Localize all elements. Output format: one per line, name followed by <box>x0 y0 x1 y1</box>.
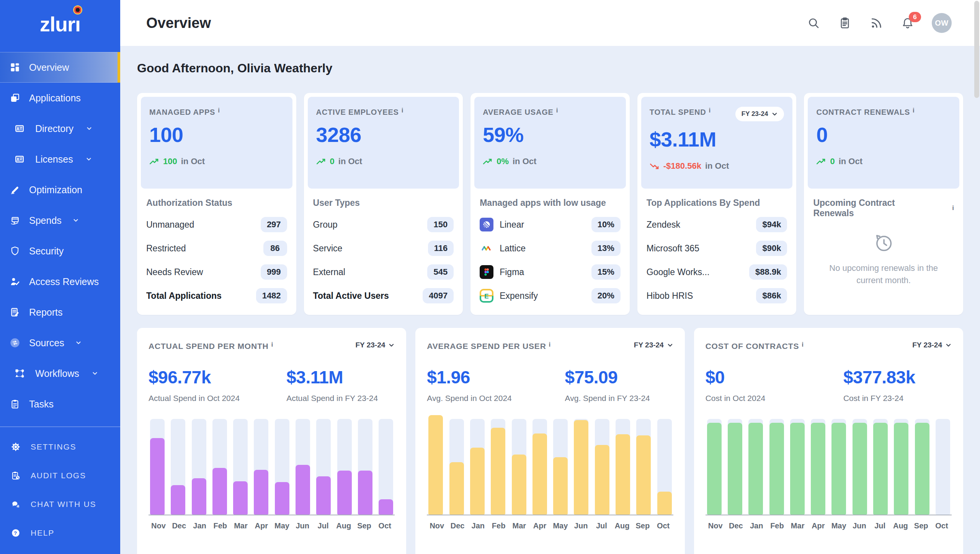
chevron-down-icon <box>91 370 98 377</box>
sidebar-item-directory[interactable]: Directory <box>0 113 120 144</box>
sidebar-item-label: Spends <box>29 215 62 226</box>
sidebar-item-help[interactable]: ?HELP <box>0 518 120 547</box>
sidebar-item-chat[interactable]: CHAT WITH US <box>0 490 120 518</box>
list-item-left: Needs Review <box>146 267 203 277</box>
summary-card-managed-apps: MANAGED APPSi100100in OctAuthorization S… <box>137 93 296 315</box>
sidebar-item-reports[interactable]: Reports <box>0 297 120 328</box>
list-item[interactable]: Unmanaged297 <box>146 213 287 236</box>
list-item-label: External <box>313 267 345 277</box>
bar-fill <box>254 470 268 515</box>
fiscal-year-label: FY 23-24 <box>634 341 664 349</box>
card-delta-value: -$180.56k <box>663 161 701 171</box>
x-axis-tick-label: Nov <box>150 521 167 530</box>
list-item[interactable]: External545 <box>313 260 454 284</box>
sidebar-item-tasks[interactable]: Tasks <box>0 389 120 419</box>
list-item-value-badge: 116 <box>428 241 454 256</box>
card-section-heading: Managed apps with low usage <box>480 198 621 208</box>
card-title-wrap: MANAGED APPSi <box>149 107 220 117</box>
sidebar-item-security[interactable]: Security <box>0 236 120 266</box>
card-section-heading: Top Applications By Spend <box>647 198 787 208</box>
x-axis-tick-label: Jul <box>872 521 889 530</box>
search-icon[interactable] <box>806 16 821 30</box>
list-item[interactable]: Total Active Users4097 <box>313 284 454 308</box>
sidebar-item-label: Overview <box>29 62 69 73</box>
list-item[interactable]: EExpensify20% <box>480 284 621 308</box>
x-axis-tick-label: Apr <box>253 521 270 530</box>
info-icon[interactable]: i <box>549 341 551 348</box>
chevron-down-icon <box>388 342 395 349</box>
sidebar-item-settings[interactable]: SETTINGS <box>0 432 120 461</box>
bar-fill <box>171 485 185 515</box>
sidebar-item-spends[interactable]: Spends <box>0 205 120 236</box>
user-avatar[interactable]: OW <box>932 13 952 33</box>
pen-icon <box>9 184 21 196</box>
card-section-heading-label: Managed apps with low usage <box>480 198 606 208</box>
info-icon[interactable]: i <box>952 204 954 212</box>
topbar-actions: 6 OW <box>806 13 952 33</box>
x-axis-tick-label: Sep <box>634 521 651 530</box>
sidebar-item-licenses[interactable]: Licenses <box>0 144 120 174</box>
list-item[interactable]: Linear10% <box>480 213 621 236</box>
list-item[interactable]: Zendesk$94k <box>647 213 787 236</box>
card-section: Authorization StatusUnmanaged297Restrict… <box>141 198 292 308</box>
sidebar-item-overview[interactable]: Overview <box>0 52 120 83</box>
list-item[interactable]: Restricted86 <box>146 236 287 260</box>
info-icon[interactable]: i <box>913 107 915 114</box>
list-item-left: Figma <box>480 265 524 279</box>
list-item[interactable]: Lattice13% <box>480 236 621 260</box>
bar-fill <box>512 455 526 515</box>
sidebar-item-label: Reports <box>29 307 63 318</box>
chart-title: AVERAGE SPEND PER USER <box>427 342 546 350</box>
fiscal-year-dropdown[interactable]: FY 23-24 <box>356 341 395 349</box>
list-item-label: Google Works... <box>647 267 709 277</box>
sidebar-item-applications[interactable]: Applications <box>0 83 120 113</box>
list-item-left: Hibob HRIS <box>647 291 693 301</box>
sidebar-item-access-reviews[interactable]: Access Reviews <box>0 266 120 297</box>
sidebar-item-optimization[interactable]: Optimization <box>0 174 120 205</box>
sidebar-item-label: AUDIT LOGS <box>31 471 86 480</box>
grid-icon <box>9 62 21 73</box>
sidebar-item-workflows[interactable]: Workflows <box>0 358 120 389</box>
list-item[interactable]: Total Applications1482 <box>146 284 287 308</box>
bar-jan <box>192 419 206 515</box>
summary-card-total-spend: TOTAL SPENDiFY 23-24$3.11M-$180.56kin Oc… <box>637 93 797 315</box>
list-item[interactable]: Group150 <box>313 213 454 236</box>
chart-title-wrap: COST OF CONTRACTSi <box>706 341 804 351</box>
list-item[interactable]: Needs Review999 <box>146 260 287 284</box>
list-item[interactable]: Figma15% <box>480 260 621 284</box>
info-icon[interactable]: i <box>802 341 804 348</box>
info-icon[interactable]: i <box>402 107 403 114</box>
scrollbar-thumb[interactable] <box>974 1 979 98</box>
bar-fill <box>470 448 485 515</box>
bar-oct <box>936 419 950 515</box>
x-axis-tick-label: Dec <box>449 521 466 530</box>
info-icon[interactable]: i <box>218 107 220 114</box>
fiscal-year-dropdown[interactable]: FY 23-24 <box>735 107 784 121</box>
list-item[interactable]: Service116 <box>313 236 454 260</box>
chart-stat-value: $1.96 <box>427 367 565 388</box>
bar-group <box>427 419 673 515</box>
fiscal-year-dropdown[interactable]: FY 23-24 <box>634 341 673 349</box>
sidebar-item-sources[interactable]: Sources <box>0 328 120 358</box>
info-icon[interactable]: i <box>271 341 273 348</box>
notifications-bell-icon[interactable]: 6 <box>900 16 915 30</box>
list-item[interactable]: Microsoft 365$90k <box>647 236 787 260</box>
bar-fill <box>574 420 588 515</box>
feed-icon[interactable] <box>869 16 884 30</box>
list-item[interactable]: Hibob HRIS$86k <box>647 284 787 308</box>
zluri-logo[interactable]: zlurı <box>0 0 120 48</box>
clipboard-icon[interactable] <box>838 16 852 30</box>
summary-card-contract-renewals: CONTRACT RENEWALSi00in OctUpcoming Contr… <box>804 93 963 315</box>
info-icon[interactable]: i <box>709 107 711 114</box>
card-trend-row: -$180.56kin Oct <box>650 161 784 171</box>
card-stat-header: ACTIVE EMPLOYEESi <box>316 107 451 117</box>
fiscal-year-dropdown[interactable]: FY 23-24 <box>912 341 952 349</box>
chevron-down-icon <box>945 342 952 349</box>
x-axis-tick-label: Jan <box>470 521 487 530</box>
list-item[interactable]: Google Works...$88.9k <box>647 260 787 284</box>
card-stat-panel: AVERAGE USAGEi59%0%in Oct <box>474 97 626 189</box>
info-icon[interactable]: i <box>556 107 558 114</box>
sidebar-item-audit-logs[interactable]: AUDIT LOGS <box>0 461 120 490</box>
bar-fill <box>532 433 547 515</box>
x-axis-labels: NovDecJanFebMarAprMayJunJulAugSepOct <box>427 521 673 530</box>
